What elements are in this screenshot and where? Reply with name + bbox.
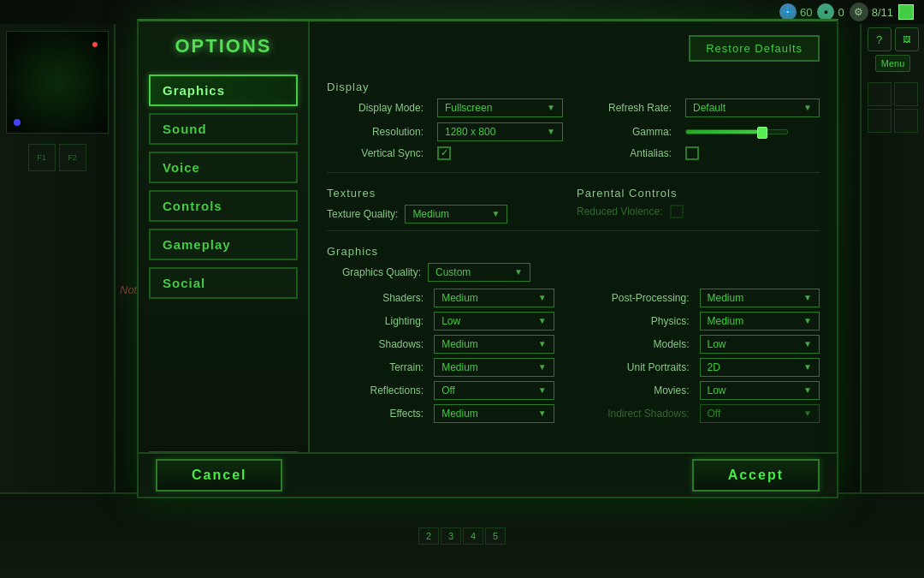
movies-dropdown[interactable]: Low ▼: [700, 381, 820, 400]
hud-right-buttons: ? 🖼: [868, 27, 919, 51]
group-4[interactable]: 4: [463, 527, 483, 545]
dialog-footer: Cancel Accept: [310, 452, 837, 497]
textures-section-header: Textures: [327, 187, 570, 200]
dialog-title: OPTIONS: [149, 35, 298, 57]
gas-count: 0: [838, 6, 844, 19]
unit-slot-2[interactable]: F2: [59, 144, 86, 171]
texture-quality-dropdown[interactable]: Medium ▼: [405, 205, 507, 223]
terrain-dropdown[interactable]: Medium ▼: [434, 358, 554, 377]
accept-button[interactable]: Accept: [692, 459, 820, 492]
reflections-label: Reflections:: [327, 384, 424, 396]
help-button[interactable]: ?: [868, 27, 891, 51]
shadows-dropdown[interactable]: Medium ▼: [434, 335, 554, 354]
unit-slot-1[interactable]: F1: [28, 144, 56, 171]
hud-left-panel: F1 F2: [0, 24, 116, 492]
gear-icon: ⚙: [850, 3, 868, 21]
shaders-dropdown[interactable]: Medium ▼: [434, 289, 554, 307]
restore-defaults-button[interactable]: Restore Defaults: [689, 35, 820, 62]
indirect-shadows-label: Indirect Shadows:: [565, 408, 690, 420]
group-2[interactable]: 2: [418, 527, 439, 545]
shadows-label: Shadows:: [327, 338, 424, 350]
effects-dropdown[interactable]: Medium ▼: [434, 404, 554, 423]
models-label: Models:: [565, 338, 690, 350]
unit-portraits-label: Unit Portraits:: [565, 361, 690, 373]
content-panel: Restore Defaults Display Display Mode: F…: [310, 21, 837, 497]
nav-item-sound[interactable]: Sound: [149, 113, 298, 145]
nav-item-gameplay[interactable]: Gameplay: [149, 229, 298, 260]
indirect-shadows-dropdown[interactable]: Off ▼: [700, 404, 820, 423]
physics-label: Physics:: [565, 315, 690, 327]
unit-portrait-1: [868, 82, 891, 106]
supply-display: ⚙ 8/11: [850, 3, 893, 21]
hud-right-panel: ? 🖼 Menu: [860, 24, 924, 492]
graphics-section-header: Graphics: [327, 245, 820, 258]
group-3[interactable]: 3: [441, 527, 461, 545]
gamma-slider[interactable]: [685, 129, 820, 134]
nav-item-voice[interactable]: Voice: [149, 152, 298, 183]
options-dialog: OPTIONS Graphics Sound Voice Controls Ga…: [137, 19, 838, 498]
menu-button[interactable]: Menu: [875, 55, 911, 72]
graphics-quality-label: Graphics Quality:: [327, 266, 421, 278]
group-5[interactable]: 5: [485, 527, 506, 545]
texture-quality-label: Texture Quality:: [327, 208, 398, 220]
display-mode-label: Display Mode:: [327, 102, 424, 114]
minimap[interactable]: [6, 31, 109, 134]
unit-portrait-2: [894, 82, 918, 106]
vertical-sync-label: Vertical Sync:: [327, 147, 424, 159]
control-groups: 2 3 4 5: [418, 527, 506, 545]
lighting-dropdown[interactable]: Low ▼: [434, 312, 554, 331]
models-dropdown[interactable]: Low ▼: [700, 335, 820, 354]
terrain-label: Terrain:: [327, 361, 424, 373]
lighting-label: Lighting:: [327, 315, 424, 327]
unit-portrait-3: [868, 109, 891, 133]
graphics-quality-dropdown[interactable]: Custom ▼: [428, 263, 530, 282]
movies-label: Movies:: [565, 384, 690, 396]
shaders-label: Shaders:: [327, 292, 424, 304]
post-processing-dropdown[interactable]: Medium ▼: [700, 289, 820, 307]
portrait-button[interactable]: 🖼: [895, 27, 919, 51]
display-section-header: Display: [327, 80, 820, 93]
antialias-label: Antialias:: [577, 147, 672, 159]
effects-label: Effects:: [327, 408, 424, 420]
unit-portraits-dropdown[interactable]: 2D ▼: [700, 358, 820, 377]
nav-item-controls[interactable]: Controls: [149, 190, 298, 222]
display-mode-dropdown[interactable]: Fullscreen ▼: [437, 98, 563, 117]
physics-dropdown[interactable]: Medium ▼: [700, 312, 820, 331]
dialog-overlay: OPTIONS Graphics Sound Voice Controls Ga…: [116, 24, 860, 492]
post-processing-label: Post-Processing:: [565, 292, 690, 304]
refresh-rate-label: Refresh Rate:: [577, 102, 672, 114]
parental-controls-header: Parental Controls: [577, 187, 820, 200]
refresh-rate-dropdown[interactable]: Default ▼: [685, 98, 820, 117]
hud-bottom: 2 3 4 5: [0, 492, 924, 578]
antialias-checkbox[interactable]: [685, 146, 699, 160]
nav-item-graphics[interactable]: Graphics: [149, 74, 298, 106]
alert-icon: [898, 4, 914, 20]
resolution-label: Resolution:: [327, 126, 424, 138]
nav-panel: OPTIONS Graphics Sound Voice Controls Ga…: [139, 21, 310, 497]
reflections-dropdown[interactable]: Off ▼: [434, 381, 554, 400]
supply-count: 8/11: [872, 6, 893, 19]
reduced-violence-checkbox[interactable]: [670, 205, 684, 218]
mineral-count: 60: [800, 6, 812, 19]
reduced-violence-label: Reduced Violence:: [577, 206, 663, 217]
vertical-sync-checkbox[interactable]: [437, 146, 451, 160]
gamma-label: Gamma:: [577, 126, 672, 138]
nav-item-social[interactable]: Social: [149, 267, 298, 299]
resolution-dropdown[interactable]: 1280 x 800 ▼: [437, 122, 563, 141]
unit-portrait-4: [894, 109, 918, 133]
